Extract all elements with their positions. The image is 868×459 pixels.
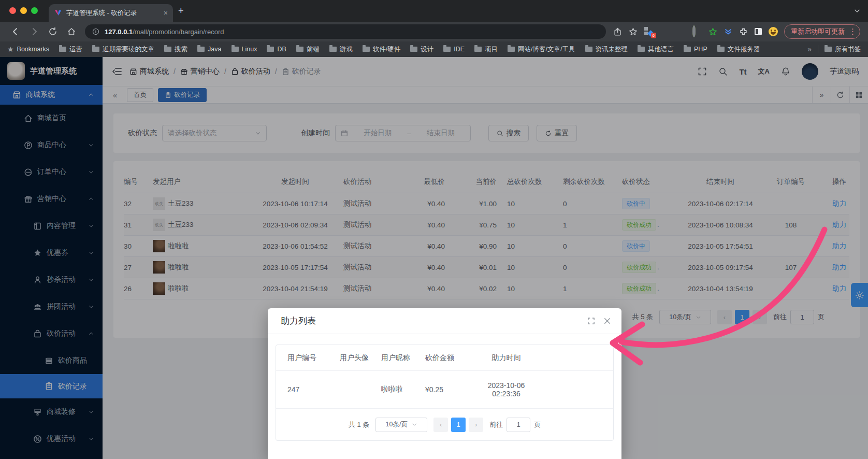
assist-table-row: 247 啦啦啦 ¥0.25 2023-10-06 02:23:36: [276, 371, 613, 409]
all-bookmarks-button[interactable]: 所有书签: [824, 45, 861, 54]
bookmark-label: Linux: [242, 46, 257, 53]
bookmark-label: 近期需要读的文章: [103, 45, 154, 54]
bookmark-item[interactable]: 游戏: [329, 45, 353, 54]
address-bar[interactable]: 127.0.0.1/mall/promotion/bargain/record: [85, 24, 606, 39]
bookmark-label: 游戏: [340, 45, 353, 54]
folder-icon: [638, 47, 645, 52]
bookmark-label: 运营: [69, 45, 82, 54]
bookmark-item[interactable]: 网站/博客/文章/工具: [508, 45, 575, 54]
bookmark-item[interactable]: 文件服务器: [717, 45, 760, 54]
bookmark-item[interactable]: DB: [267, 46, 286, 53]
tab-close-icon[interactable]: ×: [164, 9, 168, 17]
bookmark-item[interactable]: 项目: [474, 45, 498, 54]
next-page-button[interactable]: ›: [469, 418, 483, 432]
all-bookmarks-label: 所有书签: [835, 45, 861, 54]
bookmark-item[interactable]: Linux: [232, 46, 257, 53]
page-number-button[interactable]: 1: [451, 418, 466, 432]
url-host: 127.0.0.1: [105, 28, 133, 36]
bookmark-item[interactable]: 运营: [59, 45, 82, 54]
tab-title: 芋道管理系统 - 砍价记录: [66, 9, 160, 18]
browser-update-button[interactable]: 重新启动即可更新 ⋮: [784, 24, 860, 39]
bookmarks-bar: ★ Bookmarks 运营近期需要读的文章搜索JavaLinuxDB前端游戏软…: [0, 41, 868, 57]
bookmarks-divider: [818, 45, 818, 53]
browser-titlebar: 芋道管理系统 - 砍价记录 × +: [0, 0, 868, 22]
folder-icon: [164, 47, 171, 52]
tab-search-chevron-icon[interactable]: [853, 7, 861, 15]
new-tab-button[interactable]: +: [178, 6, 184, 16]
extension-star-icon[interactable]: [708, 27, 717, 36]
profile-emoji-icon[interactable]: [769, 27, 778, 36]
sidepanel-icon[interactable]: [755, 28, 762, 35]
prev-page-button[interactable]: ‹: [433, 418, 448, 432]
bookmarks-root[interactable]: Bookmarks: [17, 46, 50, 53]
bookmark-item[interactable]: 软件/硬件: [363, 45, 400, 54]
folder-icon: [296, 47, 303, 52]
bookmark-item[interactable]: Java: [197, 46, 221, 53]
extension-ring-icon[interactable]: [692, 27, 702, 36]
extension-sphere-icon[interactable]: [676, 27, 686, 36]
browser-menu-dots-icon[interactable]: ⋮: [849, 27, 857, 36]
dialog-body: 用户编号用户头像用户昵称砍价金额助力时间 247 啦啦啦 ¥0.25 2023-…: [268, 334, 621, 441]
folder-icon: [443, 47, 451, 52]
bookmark-label: 其他语言: [648, 45, 674, 54]
extension-workflow-icon[interactable]: 6: [644, 27, 654, 36]
bookmark-item[interactable]: PHP: [684, 46, 707, 53]
back-icon[interactable]: [11, 27, 20, 36]
bookmark-item[interactable]: 资讯未整理: [585, 45, 628, 54]
minimize-window-button[interactable]: [20, 7, 27, 14]
bookmark-item[interactable]: 前端: [296, 45, 320, 54]
page-size-select[interactable]: 10条/页: [375, 418, 427, 432]
dialog-fullscreen-icon[interactable]: [587, 317, 595, 325]
extension-chevrons-icon[interactable]: [724, 27, 732, 36]
bookmark-item[interactable]: 其他语言: [638, 45, 674, 54]
folder-icon: [92, 47, 99, 52]
bookmark-label: 设计: [421, 45, 433, 54]
bookmark-label: DB: [277, 46, 286, 53]
extension-badge: 6: [651, 33, 656, 38]
dialog-pagination: 共 1 条 10条/页 ‹ 1 › 前往 页: [276, 409, 613, 440]
folder-icon: [267, 47, 274, 52]
window-controls: [9, 7, 38, 14]
column-header: 用户编号: [287, 353, 340, 363]
home-icon[interactable]: [67, 27, 76, 36]
bookmark-label: 软件/硬件: [373, 45, 400, 54]
extensions-puzzle-icon[interactable]: [739, 27, 748, 36]
share-icon[interactable]: [613, 27, 622, 36]
browser-toolbar: 127.0.0.1/mall/promotion/bargain/record …: [0, 22, 868, 41]
bookmark-item[interactable]: IDE: [443, 46, 465, 53]
goto-label: 前往: [489, 420, 503, 429]
bookmark-item[interactable]: 搜索: [164, 45, 187, 54]
bookmark-label: 资讯未整理: [596, 45, 628, 54]
folder-icon: [717, 47, 725, 52]
reload-icon[interactable]: [48, 27, 57, 36]
dialog-header: 助力列表: [268, 308, 621, 334]
assist-amount: ¥0.25: [425, 385, 487, 394]
bookmark-label: 项目: [485, 45, 498, 54]
folder-icon: [363, 47, 370, 52]
bookmark-label: PHP: [694, 46, 707, 53]
maximize-window-button[interactable]: [31, 7, 38, 14]
column-header: 用户头像: [340, 353, 381, 363]
bookmarks-overflow-chevron[interactable]: »: [807, 45, 812, 53]
folder-icon: [508, 47, 515, 52]
bookmark-item[interactable]: 近期需要读的文章: [92, 45, 154, 54]
bookmark-item[interactable]: 设计: [410, 45, 433, 54]
bookmark-label: 前端: [307, 45, 320, 54]
close-window-button[interactable]: [9, 7, 16, 14]
goto-page-input[interactable]: [507, 418, 530, 432]
bookmark-label: 文件服务器: [728, 45, 760, 54]
page-info-icon[interactable]: [92, 28, 99, 35]
folder-icon: [59, 47, 66, 52]
folder-icon: [684, 47, 691, 52]
folder-icon: [585, 47, 592, 52]
browser-tab[interactable]: 芋道管理系统 - 砍价记录 ×: [49, 4, 173, 22]
extension-gem-icon[interactable]: [660, 27, 670, 36]
assist-table-header: 用户编号用户头像用户昵称砍价金额助力时间: [276, 345, 613, 371]
bookmark-star-icon[interactable]: [629, 27, 638, 36]
dialog-close-icon[interactable]: [603, 317, 611, 325]
assist-user-nickname: 啦啦啦: [381, 385, 425, 394]
assist-list-dialog: 助力列表 用户编号用户头像用户昵称砍价金额助力时间 247 啦啦啦 ¥0.25 …: [268, 308, 621, 459]
column-header: 砍价金额: [425, 353, 487, 363]
forward-icon[interactable]: [30, 27, 39, 36]
dialog-title: 助力列表: [281, 315, 316, 327]
